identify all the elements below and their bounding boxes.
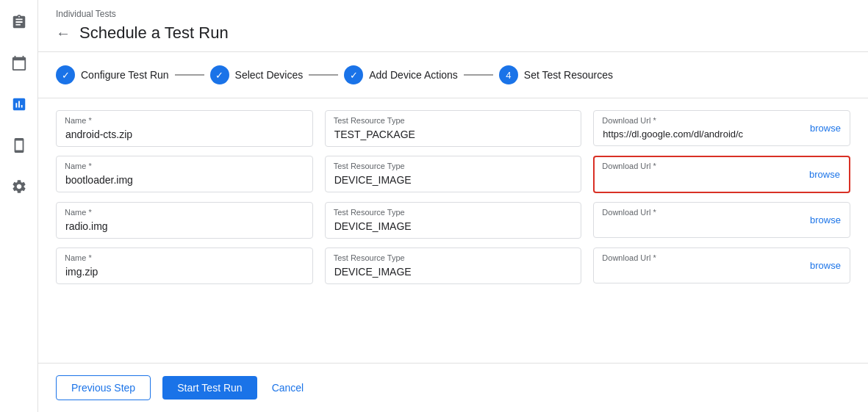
url-input-1[interactable] xyxy=(595,157,800,192)
step-4-label: Set Test Resources xyxy=(524,69,613,81)
name-field-group-1: Name * xyxy=(56,156,313,193)
connector-1 xyxy=(175,74,204,76)
url-input-2[interactable] xyxy=(594,203,801,237)
main-content: Individual Tests ← Schedule a Test Run ✓… xyxy=(38,0,868,412)
step-1-label: Configure Test Run xyxy=(81,69,169,81)
resource-row-1: Name * Test Resource Type Download Url *… xyxy=(56,156,850,193)
content-area: Name * Test Resource Type Download Url *… xyxy=(38,98,868,363)
browse-button-0[interactable]: browse xyxy=(801,123,850,134)
browse-button-1[interactable]: browse xyxy=(800,169,849,180)
previous-step-button[interactable]: Previous Step xyxy=(56,375,151,400)
back-button[interactable]: ← xyxy=(56,26,71,40)
sidebar xyxy=(0,0,38,412)
name-input-2[interactable] xyxy=(56,202,313,239)
type-field-group-2: Test Resource Type xyxy=(325,202,582,239)
footer: Previous Step Start Test Run Cancel xyxy=(38,363,868,412)
type-input-0[interactable] xyxy=(325,110,582,147)
step-3-label: Add Device Actions xyxy=(369,69,458,81)
type-input-2[interactable] xyxy=(325,202,582,239)
settings-icon[interactable] xyxy=(9,176,29,197)
url-field-group-1: Download Url * browse xyxy=(593,156,850,193)
connector-2 xyxy=(309,74,338,76)
type-field-group-0: Test Resource Type xyxy=(325,110,582,147)
browse-button-2[interactable]: browse xyxy=(801,214,850,225)
url-browse-group-3: browse xyxy=(593,247,850,283)
name-input-3[interactable] xyxy=(56,247,313,284)
breadcrumb: Individual Tests xyxy=(56,9,850,19)
url-browse-group-1: browse xyxy=(593,156,850,193)
url-field-group-2: Download Url * browse xyxy=(593,202,850,239)
browse-button-3[interactable]: browse xyxy=(801,260,850,271)
name-field-group-3: Name * xyxy=(56,247,313,284)
phone-icon[interactable] xyxy=(9,135,29,156)
header: Individual Tests ← Schedule a Test Run xyxy=(38,0,868,52)
type-input-1[interactable] xyxy=(325,156,582,192)
step-2-label: Select Devices xyxy=(235,69,304,81)
url-browse-group-0: browse xyxy=(593,110,850,146)
start-test-run-button[interactable]: Start Test Run xyxy=(162,376,257,400)
type-input-3[interactable] xyxy=(325,247,582,284)
step-set-resources: 4 Set Test Resources xyxy=(499,65,613,84)
name-field-group-2: Name * xyxy=(56,202,313,239)
resource-row-2: Name * Test Resource Type Download Url *… xyxy=(56,202,850,239)
url-browse-group-2: browse xyxy=(593,202,850,238)
step-add-actions: ✓ Add Device Actions xyxy=(344,65,458,84)
chart-icon[interactable] xyxy=(9,94,29,115)
cancel-button[interactable]: Cancel xyxy=(269,376,307,400)
connector-3 xyxy=(464,74,493,76)
resource-row-3: Name * Test Resource Type Download Url *… xyxy=(56,247,850,284)
step-3-circle: ✓ xyxy=(344,65,363,84)
resource-row-0: Name * Test Resource Type Download Url *… xyxy=(56,110,850,147)
step-1-circle: ✓ xyxy=(56,65,75,84)
step-configure: ✓ Configure Test Run xyxy=(56,65,169,84)
type-field-group-1: Test Resource Type xyxy=(325,156,582,193)
step-select-devices: ✓ Select Devices xyxy=(210,65,304,84)
step-4-circle: 4 xyxy=(499,65,518,84)
name-input-0[interactable] xyxy=(56,110,313,147)
clipboard-icon[interactable] xyxy=(9,12,29,32)
type-field-group-3: Test Resource Type xyxy=(325,247,582,284)
step-2-circle: ✓ xyxy=(210,65,229,84)
url-field-group-3: Download Url * browse xyxy=(593,247,850,284)
stepper: ✓ Configure Test Run ✓ Select Devices ✓ … xyxy=(38,52,868,98)
page-title: Schedule a Test Run xyxy=(79,24,229,43)
name-input-1[interactable] xyxy=(56,156,313,192)
url-field-group-0: Download Url * browse xyxy=(593,110,850,147)
name-field-group-0: Name * xyxy=(56,110,313,147)
calendar-icon[interactable] xyxy=(9,53,29,73)
url-input-0[interactable] xyxy=(594,111,801,145)
url-input-3[interactable] xyxy=(594,248,801,283)
